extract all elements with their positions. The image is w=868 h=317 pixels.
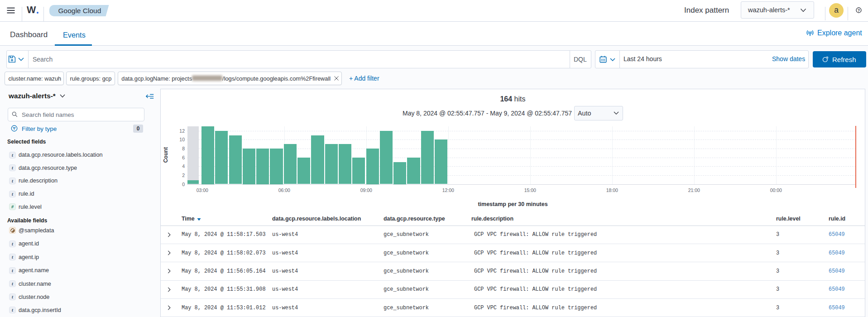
svg-text:?: ? (857, 8, 860, 13)
